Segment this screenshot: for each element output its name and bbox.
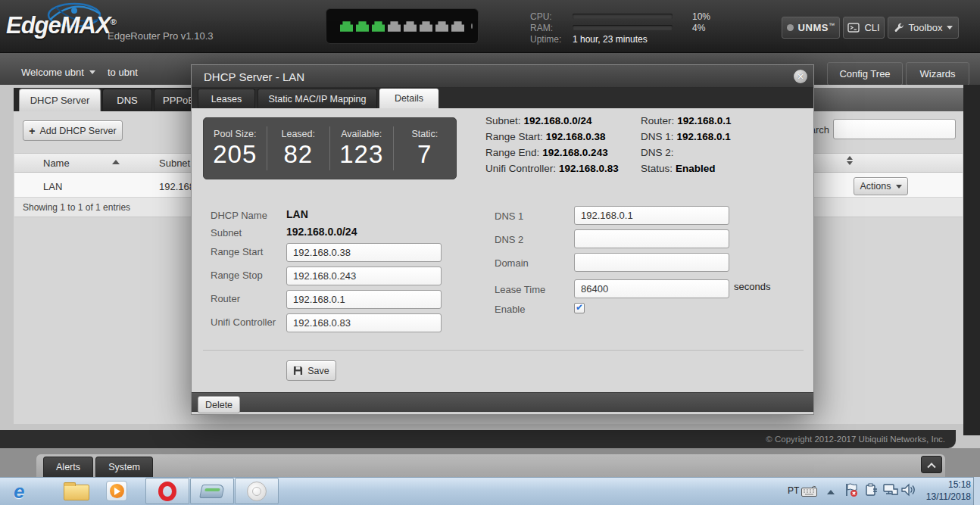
speaker-icon[interactable] [900,482,916,497]
save-label: Save [307,366,329,376]
delete-button[interactable]: Delete [198,396,240,413]
modal-tab-static-mapping[interactable]: Static MAC/IP Mapping [257,89,377,108]
add-dhcp-server-button[interactable]: + Add DHCP Server [23,120,123,141]
tray-expand-button[interactable] [921,456,942,473]
terminal-icon [847,23,860,33]
tab-alerts[interactable]: Alerts [43,457,93,477]
stat-static: Static:7 [393,126,457,170]
opera-browser-button[interactable] [145,478,189,504]
dns2-input[interactable] [574,229,729,248]
sort-both-icon[interactable] [847,156,853,165]
column-header-name[interactable]: Name [43,157,70,169]
subnet-value: 192.168.0.0/24 [286,226,357,238]
actions-label: Actions [860,181,891,192]
enable-checkbox[interactable] [574,303,585,313]
ethernet-port-inactive [435,21,448,32]
hostname-label: to ubnt [108,67,138,78]
clock[interactable]: 15:18 13/11/2018 [915,479,971,503]
cpu-value: 10% [692,11,710,22]
product-version: EdgeRouter Pro v1.10.3 [108,30,213,42]
wizards-button[interactable]: Wizards [906,62,969,86]
time-label: 15:18 [915,479,971,491]
plus-icon: + [29,125,35,137]
tab-dns[interactable]: DNS [102,89,152,111]
screen: EdgeMAX® EdgeRouter Pro v1.10.3 CPU: 10%… [0,0,980,505]
chevron-down-icon [947,26,953,30]
router-label: Router [211,293,240,304]
lease-time-input[interactable] [574,279,729,298]
opera-icon [158,482,176,501]
console-port-dot [471,23,473,29]
usb-plug-icon[interactable] [864,482,879,497]
search-input[interactable] [833,119,956,139]
router-input[interactable] [286,290,442,309]
chevron-down-icon [89,70,95,74]
actions-button[interactable]: Actions [854,177,908,195]
registered-mark: ® [111,17,116,26]
modal-tab-leases[interactable]: Leases [198,89,255,108]
scanner-app-button[interactable] [190,478,234,504]
config-tree-button[interactable]: Config Tree [827,62,903,86]
ethernet-port-inactive [404,21,417,32]
ram-bar [573,25,673,30]
range-start-label: Range Start [211,246,263,257]
keyboard-language-indicator[interactable]: PT [788,485,799,496]
unms-label: UNMS™ [798,22,835,33]
ram-value: 4% [692,23,705,33]
copyright-text: © Copyright 2012-2017 Ubiquiti Networks,… [0,430,956,448]
enable-label: Enable [495,304,525,315]
show-hidden-icons-button[interactable] [827,490,835,494]
range-stop-input[interactable] [286,267,442,285]
unifi-controller-input[interactable] [286,313,442,332]
tab-dhcp-server[interactable]: DHCP Server [19,89,101,111]
uptime-row: Uptime: 1 hour, 23 minutes [530,33,810,45]
ethernet-ports [340,21,464,32]
network-icon[interactable] [882,482,899,497]
column-header-subnet[interactable]: Subnet [159,157,190,169]
tab-system[interactable]: System [95,457,153,477]
dns1-label: DNS 1 [495,210,523,222]
add-dhcp-label: Add DHCP Server [39,126,116,136]
domain-label: Domain [495,257,529,269]
toolbox-label: Toolbox [909,22,943,33]
subnet-label: Subnet [211,227,242,238]
bottom-tray-panel [36,454,945,477]
row-name-cell: LAN [43,181,62,192]
chevron-down-icon [896,185,902,189]
ethernet-port-active [340,21,353,32]
range-start-input[interactable] [286,243,442,262]
ram-label: RAM: [530,23,573,33]
lease-time-label: Lease Time [495,284,545,295]
cli-button[interactable]: CLI [843,17,885,39]
welcome-user-menu[interactable]: Welcome ubnt [21,67,95,78]
unifi-controller-label: Unifi Controller [211,316,276,328]
ethernet-port-inactive [451,21,464,32]
port-status-panel [326,8,479,44]
dns1-input[interactable] [574,206,729,225]
unifi-app-button[interactable] [235,478,279,504]
internet-explorer-icon[interactable]: e [14,480,24,503]
unms-button[interactable]: UNMS™ [782,17,840,39]
toolbox-button[interactable]: Toolbox [888,17,959,39]
chevron-up-icon [927,463,935,471]
domain-input[interactable] [574,253,729,272]
media-player-icon[interactable] [106,481,127,501]
wrench-icon [894,23,904,33]
sort-ascending-icon [112,160,120,164]
summary-right-column: Router:192.168.0.1 DNS 1:192.168.0.1 DNS… [641,113,732,176]
divider [203,350,804,351]
action-center-flag-icon[interactable] [844,482,859,497]
ethernet-port-active [356,21,369,32]
keyboard-icon[interactable] [801,485,817,497]
file-explorer-icon[interactable] [64,485,89,500]
show-desktop-button[interactable] [973,477,980,505]
scanner-icon [199,485,225,498]
unms-status-dot [787,24,794,31]
save-button[interactable]: Save [286,360,336,381]
summary-left-column: Subnet:192.168.0.0/24 Range Start:192.16… [485,113,619,176]
stat-pool-size: Pool Size:205 [204,126,267,170]
modal-title: DHCP Server - LAN [204,70,304,83]
modal-tab-details[interactable]: Details [379,89,439,108]
close-icon[interactable]: ✕ [794,70,807,83]
welcome-label: Welcome ubnt [21,67,84,78]
